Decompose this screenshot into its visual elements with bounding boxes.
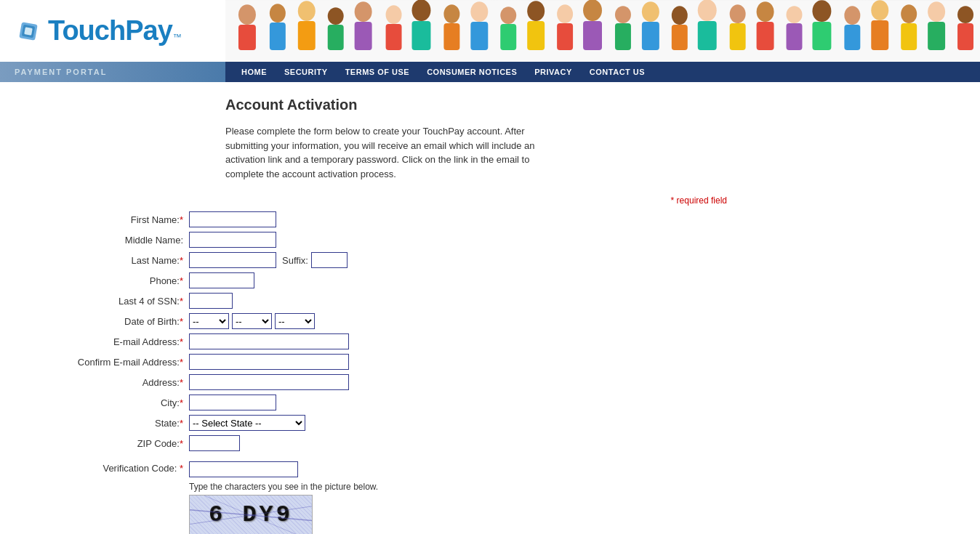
svg-rect-21	[470, 22, 488, 50]
captcha-area: Type the characters you see in the pictu…	[189, 482, 378, 534]
last-name-input[interactable]	[189, 252, 276, 268]
svg-point-22	[500, 7, 516, 24]
svg-rect-35	[672, 25, 688, 50]
nav-home[interactable]: HOME	[233, 68, 276, 76]
address-row: Address:*	[29, 374, 771, 390]
svg-rect-7	[270, 23, 286, 50]
svg-rect-47	[844, 25, 860, 50]
svg-point-24	[527, 1, 545, 21]
verification-label: Verification Code: *	[29, 461, 189, 474]
verification-row: Verification Code: * Type the characters…	[29, 461, 771, 534]
people-banner	[225, 0, 980, 62]
nav-consumer[interactable]: CONSUMER NOTICES	[418, 68, 526, 76]
payment-portal-label: PAYMENT PORTAL	[0, 62, 225, 82]
dob-month-select[interactable]: --	[189, 313, 229, 329]
svg-point-26	[557, 4, 573, 23]
svg-rect-23	[500, 24, 516, 50]
last-name-label: Last Name:*	[29, 255, 189, 266]
svg-rect-9	[298, 21, 316, 50]
svg-rect-11	[328, 25, 344, 50]
zip-input[interactable]	[189, 435, 240, 451]
verification-input[interactable]	[189, 461, 298, 477]
svg-point-38	[730, 4, 746, 23]
svg-point-54	[957, 6, 973, 23]
svg-point-6	[270, 4, 286, 23]
first-name-input[interactable]	[189, 211, 276, 227]
dob-year-select[interactable]: --	[275, 313, 315, 329]
captcha-hint: Type the characters you see in the pictu…	[189, 482, 378, 492]
suffix-label: Suffix:	[282, 255, 308, 266]
people-illustration	[225, 0, 980, 62]
address-input[interactable]	[189, 374, 349, 390]
svg-rect-41	[757, 22, 774, 50]
zip-row: ZIP Code:*	[29, 435, 771, 451]
ssn-input[interactable]	[189, 293, 233, 309]
last-name-row: Last Name:* Suffix:	[29, 252, 771, 268]
svg-point-12	[355, 1, 372, 22]
email-input[interactable]	[189, 333, 349, 349]
first-name-row: First Name:*	[29, 211, 771, 227]
city-input[interactable]	[189, 395, 276, 410]
svg-point-40	[757, 1, 774, 22]
svg-point-48	[871, 0, 888, 20]
nav-links: HOME SECURITY TERMS OF USE CONSUMER NOTI…	[225, 62, 661, 82]
phone-label: Phone:*	[29, 275, 189, 286]
svg-point-50	[901, 4, 917, 23]
svg-point-46	[844, 6, 860, 25]
nav-terms[interactable]: TERMS OF USE	[337, 68, 419, 76]
phone-input[interactable]	[189, 272, 254, 288]
svg-rect-5	[238, 25, 256, 50]
svg-rect-43	[787, 23, 803, 50]
city-label: City:*	[29, 397, 189, 408]
svg-point-20	[470, 1, 488, 22]
svg-rect-25	[527, 21, 545, 50]
registration-form: First Name:* Middle Name: Last Name:* Su…	[29, 211, 771, 534]
dob-label: Date of Birth:*	[29, 316, 189, 327]
ssn-row: Last 4 of SSN:*	[29, 293, 771, 309]
svg-point-8	[298, 1, 316, 21]
nav-security[interactable]: SECURITY	[276, 68, 337, 76]
svg-rect-55	[957, 23, 973, 50]
svg-point-52	[928, 1, 945, 22]
nav-privacy[interactable]: PRIVACY	[526, 68, 581, 76]
svg-point-18	[443, 4, 459, 23]
touchpay-logo-icon	[15, 17, 42, 45]
state-label: State:*	[29, 418, 189, 429]
state-select[interactable]: -- Select State -- Alabama Alaska Arizon…	[189, 415, 305, 431]
middle-name-input[interactable]	[189, 232, 276, 248]
svg-rect-29	[583, 21, 602, 50]
svg-rect-33	[642, 22, 659, 50]
svg-rect-37	[698, 21, 717, 50]
zip-label: ZIP Code:*	[29, 438, 189, 449]
svg-rect-13	[355, 22, 372, 50]
confirm-email-row: Confirm E-mail Address:*	[29, 354, 771, 370]
email-row: E-mail Address:*	[29, 333, 771, 349]
first-name-label: First Name:*	[29, 214, 189, 225]
svg-point-34	[672, 6, 688, 25]
svg-rect-49	[871, 20, 888, 50]
dob-day-select[interactable]: --	[232, 313, 272, 329]
svg-point-4	[238, 4, 256, 25]
suffix-input[interactable]	[311, 252, 348, 268]
svg-rect-53	[928, 22, 945, 50]
svg-rect-27	[557, 23, 573, 50]
city-row: City:*	[29, 395, 771, 410]
logo-tm: ™	[173, 32, 182, 42]
svg-rect-45	[812, 22, 831, 50]
intro-text: Please complete the form below to create…	[225, 124, 560, 181]
middle-name-label: Middle Name:	[29, 235, 189, 246]
confirm-email-label: Confirm E-mail Address:*	[29, 357, 189, 368]
svg-rect-2	[24, 27, 33, 36]
state-row: State:* -- Select State -- Alabama Alask…	[29, 415, 771, 431]
svg-point-32	[642, 1, 659, 22]
captcha-text: 6 DY9	[209, 501, 294, 528]
ssn-label: Last 4 of SSN:*	[29, 296, 189, 307]
svg-point-10	[328, 7, 344, 25]
confirm-email-input[interactable]	[189, 354, 349, 370]
svg-point-16	[412, 0, 431, 21]
middle-name-row: Middle Name:	[29, 232, 771, 248]
svg-rect-19	[443, 23, 459, 50]
nav-contact[interactable]: CONTACT US	[581, 68, 654, 76]
required-notice: * required field	[29, 195, 727, 206]
logo-text: TouchPay ™	[48, 15, 182, 46]
